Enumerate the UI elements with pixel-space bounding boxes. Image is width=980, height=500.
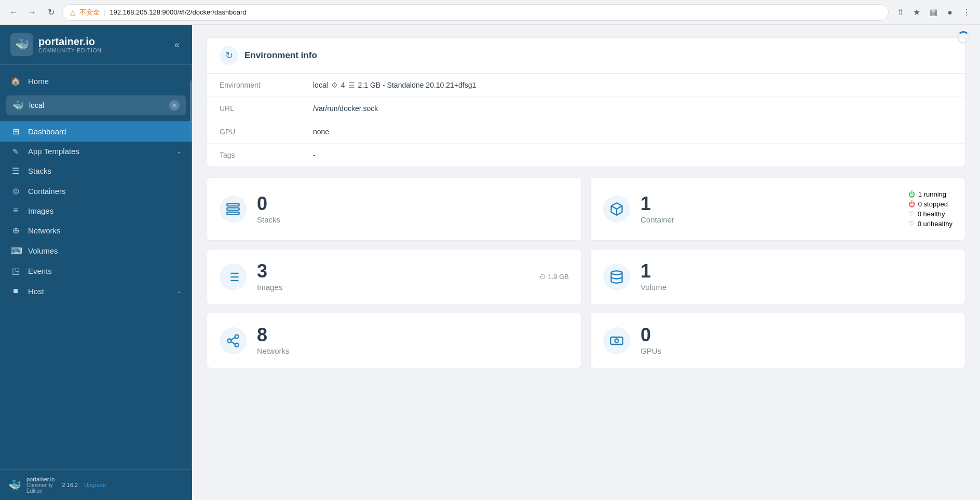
gpu-label: GPU xyxy=(220,128,313,136)
images-label: Images xyxy=(28,206,182,215)
containers-stat-icon xyxy=(603,196,630,223)
containers-stat-body: 1 Container xyxy=(641,195,898,224)
url-text: 192.168.205.128:9000/#!/2/docker/dashboa… xyxy=(110,8,881,16)
clock-icon: ⏲ xyxy=(539,273,546,281)
app-templates-label: App Templates xyxy=(28,147,169,156)
svg-point-12 xyxy=(228,339,232,342)
dashboard-label: Dashboard xyxy=(28,127,182,136)
forward-button[interactable]: → xyxy=(25,5,39,20)
networks-stat-body: 8 Networks xyxy=(257,326,569,355)
networks-icon: ⊕ xyxy=(10,226,21,235)
footer-logo-icon: 🐳 xyxy=(8,479,21,491)
images-size-text: 1.9 GB xyxy=(548,273,569,281)
containers-count: 1 xyxy=(641,195,898,213)
ram-icon: ☰ xyxy=(348,81,355,89)
sidebar-scroll-area: 🏠 Home 🐳 local × ⊞ Dashboard xyxy=(0,65,192,469)
back-button[interactable]: ← xyxy=(6,5,21,20)
sidebar-item-images[interactable]: ≡ Images xyxy=(0,201,192,220)
reload-button[interactable]: ↻ xyxy=(44,5,58,20)
running-detail: ⏻ 1 running xyxy=(908,190,952,198)
volumes-label: Volumes xyxy=(28,246,182,255)
home-icon: 🏠 xyxy=(10,76,21,86)
stacks-stat-icon xyxy=(220,196,247,223)
ram-value: 2.1 GB - Standalone 20.10.21+dfsg1 xyxy=(358,81,477,89)
networks-stat-icon xyxy=(220,327,247,354)
gpus-count: 0 xyxy=(641,326,952,344)
stopped-detail: ⏻ 0 stopped xyxy=(908,200,952,208)
environment-value: local ⚙ 4 ☰ 2.1 GB - Standalone 20.10.21… xyxy=(313,81,476,89)
sidebar-item-volumes[interactable]: ⌨ Volumes xyxy=(0,241,192,261)
env-close-button[interactable]: × xyxy=(169,100,180,110)
images-stat-icon xyxy=(220,263,247,290)
stacks-label: Stacks xyxy=(28,166,182,175)
stat-card-containers[interactable]: 1 Container ⏻ 1 running ⏻ 0 stopped ♡ 0 … xyxy=(590,177,965,241)
dashboard-icon: ⊞ xyxy=(10,127,21,136)
address-bar[interactable]: △ 不安全 | 192.168.205.128:9000/#!/2/docker… xyxy=(62,4,889,21)
stat-card-gpus[interactable]: 0 GPUs xyxy=(590,313,965,368)
unhealthy-icon: ♡ xyxy=(908,220,915,228)
containers-label: Container xyxy=(641,215,898,224)
cpu-count: 4 xyxy=(341,81,345,89)
container-details: ⏻ 1 running ⏻ 0 stopped ♡ 0 healthy ♡ 0 … xyxy=(908,190,952,228)
sidebar-item-dashboard[interactable]: ⊞ Dashboard xyxy=(0,121,192,142)
svg-line-14 xyxy=(231,341,235,344)
footer-brand: portainer.io xyxy=(26,476,55,482)
host-label: Host xyxy=(28,287,169,296)
sidebar-item-networks[interactable]: ⊕ Networks xyxy=(0,220,192,241)
running-text: 1 running xyxy=(918,190,946,198)
gpus-stat-body: 0 GPUs xyxy=(641,326,952,355)
svg-point-13 xyxy=(235,343,239,346)
svg-rect-1 xyxy=(227,208,239,211)
menu-button[interactable]: ⋮ xyxy=(959,5,974,20)
tags-label: Tags xyxy=(220,151,313,159)
stacks-label: Stacks xyxy=(257,215,569,224)
images-size: ⏲ 1.9 GB xyxy=(539,273,569,281)
volumes-icon: ⌨ xyxy=(10,246,21,256)
tab-button[interactable]: ▦ xyxy=(926,5,941,20)
sidebar-item-app-templates[interactable]: ✎ App Templates ⌄ xyxy=(0,142,192,161)
sidebar-item-events[interactable]: ◳ Events xyxy=(0,261,192,281)
stacks-stat-body: 0 Stacks xyxy=(257,195,569,224)
stat-card-stacks[interactable]: 0 Stacks xyxy=(207,177,582,241)
images-label: Images xyxy=(257,283,529,291)
env-info-title: Environment info xyxy=(244,50,317,61)
share-button[interactable]: ⇧ xyxy=(893,5,907,20)
running-icon: ⏻ xyxy=(908,190,915,198)
images-count: 3 xyxy=(257,262,529,281)
sidebar: 🐳 portainer.io COMMUNITY EDITION « 🏠 Hom… xyxy=(0,25,192,500)
svg-line-15 xyxy=(231,337,235,340)
security-icon: △ xyxy=(70,8,75,16)
upgrade-button[interactable]: Upgrade xyxy=(84,482,106,488)
stat-card-networks[interactable]: 8 Networks xyxy=(207,313,582,368)
stat-card-volumes[interactable]: 1 Volume xyxy=(590,249,965,304)
sidebar-item-stacks[interactable]: ☰ Stacks xyxy=(0,161,192,181)
containers-icon: ◎ xyxy=(10,186,21,196)
stopped-text: 0 stopped xyxy=(918,200,948,208)
host-chevron: ⌄ xyxy=(176,287,182,295)
networks-label: Networks xyxy=(28,226,182,235)
bookmark-button[interactable]: ★ xyxy=(909,5,924,20)
volumes-stat-icon xyxy=(603,263,630,290)
sidebar-item-host[interactable]: ■ Host ⌄ xyxy=(0,281,192,301)
svg-rect-0 xyxy=(227,204,239,206)
info-row-environment: Environment local ⚙ 4 ☰ 2.1 GB - Standal… xyxy=(207,74,965,97)
environment-info-card: ↻ Environment info Environment local ⚙ 4… xyxy=(207,37,965,167)
events-label: Events xyxy=(28,267,182,275)
logo-text-area: portainer.io COMMUNITY EDITION xyxy=(38,36,102,53)
stacks-icon: ☰ xyxy=(10,166,21,176)
collapse-sidebar-button[interactable]: « xyxy=(172,37,182,52)
volumes-stat-body: 1 Volume xyxy=(641,262,952,291)
unhealthy-detail: ♡ 0 unhealthy xyxy=(908,220,952,228)
profile-button[interactable]: ● xyxy=(943,5,957,20)
sidebar-item-containers[interactable]: ◎ Containers xyxy=(0,181,192,201)
browser-actions: ⇧ ★ ▦ ● ⋮ xyxy=(893,5,974,20)
sidebar-scrollbar[interactable] xyxy=(190,65,192,469)
stacks-count: 0 xyxy=(257,195,569,213)
networks-label: Networks xyxy=(257,346,569,355)
stat-card-images[interactable]: 3 Images ⏲ 1.9 GB xyxy=(207,249,582,304)
svg-point-17 xyxy=(615,339,619,342)
env-badge: 🐳 local × xyxy=(6,95,186,115)
svg-rect-2 xyxy=(227,212,239,215)
stats-grid: 0 Stacks 1 Container xyxy=(207,177,965,368)
sidebar-item-home[interactable]: 🏠 Home xyxy=(0,71,192,91)
